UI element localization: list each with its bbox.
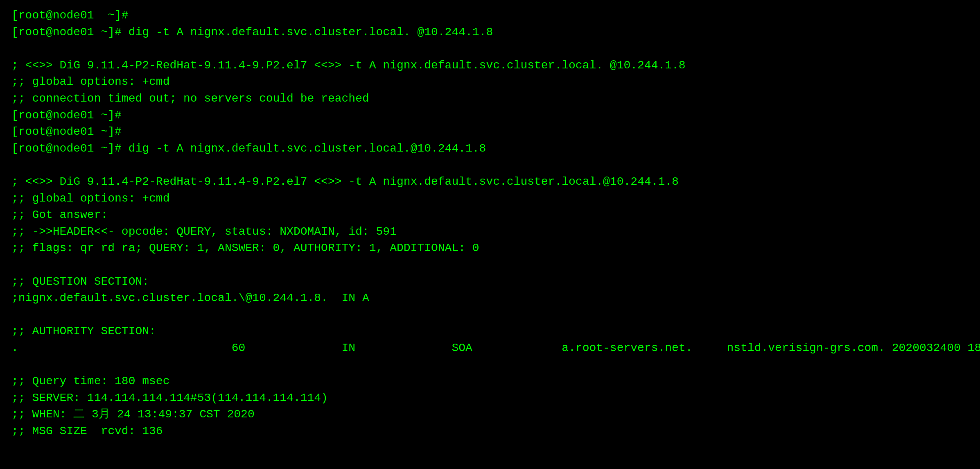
terminal-line-11: ; <<>> DiG 9.11.4-P2-RedHat-9.11.4-9.P2.…: [11, 174, 969, 190]
terminal-line-26: ;; MSG SIZE rcvd: 136: [11, 423, 969, 440]
terminal-empty-3: [11, 257, 969, 274]
terminal-prompt-line: [root@node01 ~]#: [11, 456, 969, 469]
terminal-line-20: ;; AUTHORITY SECTION:: [11, 323, 969, 340]
terminal-empty-2: [11, 157, 969, 174]
terminal-line-6: ;; connection timed out; no servers coul…: [11, 91, 969, 107]
terminal-line-17: ;; QUESTION SECTION:: [11, 274, 969, 290]
terminal-line-7: [root@node01 ~]#: [11, 107, 969, 124]
terminal-line-13: ;; Got answer:: [11, 207, 969, 224]
terminal-window[interactable]: [root@node01 ~]# [root@node01 ~]# dig -t…: [5, 3, 975, 469]
terminal-line-2: [root@node01 ~]# dig -t A nignx.default.…: [11, 24, 969, 41]
terminal-empty-1: [11, 41, 969, 57]
terminal-line-23: ;; Query time: 180 msec: [11, 373, 969, 390]
terminal-line-25: ;; WHEN: 二 3月 24 13:49:37 CST 2020: [11, 406, 969, 423]
terminal-line-24: ;; SERVER: 114.114.114.114#53(114.114.11…: [11, 390, 969, 407]
terminal-empty-6: [11, 440, 969, 456]
terminal-empty-5: [11, 356, 969, 373]
terminal-line-18: ;nignx.default.svc.cluster.local.\@10.24…: [11, 290, 969, 307]
terminal-line-21: . 60 IN SOA a.root-servers.net. nstld.ve…: [11, 340, 969, 357]
terminal-line-12: ;; global options: +cmd: [11, 190, 969, 207]
terminal-line-5: ;; global options: +cmd: [11, 74, 969, 91]
terminal-line-8: [root@node01 ~]#: [11, 124, 969, 140]
terminal-line-1: [root@node01 ~]#: [11, 7, 969, 24]
terminal-line-9: [root@node01 ~]# dig -t A nignx.default.…: [11, 140, 969, 157]
terminal-line-15: ;; flags: qr rd ra; QUERY: 1, ANSWER: 0,…: [11, 240, 969, 257]
terminal-line-14: ;; ->>HEADER<<- opcode: QUERY, status: N…: [11, 224, 969, 240]
terminal-empty-4: [11, 307, 969, 324]
terminal-line-4: ; <<>> DiG 9.11.4-P2-RedHat-9.11.4-9.P2.…: [11, 57, 969, 74]
